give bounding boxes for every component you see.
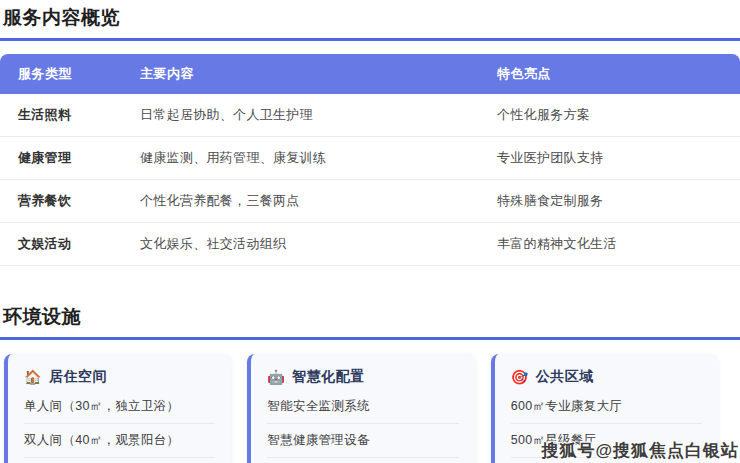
card-title-row: 🤖 智慧化配置: [267, 368, 458, 386]
services-title-underline: [0, 38, 740, 41]
services-table: 服务类型 主要内容 特色亮点 生活照料 日常起居协助、个人卫生护理 个性化服务方…: [0, 54, 740, 266]
table-row: 健康管理 健康监测、用药管理、康复训练 专业医护团队支持: [0, 137, 740, 180]
col-header-service-type: 服务类型: [0, 54, 122, 94]
card-title-row: 🎯 公共区域: [511, 368, 702, 386]
article-content: 服务内容概览 服务类型 主要内容 特色亮点 生活照料 日常起居协助、个人卫生护理…: [0, 0, 740, 463]
table-row: 文娱活动 文化娱乐、社交活动组织 丰富的精神文化生活: [0, 223, 740, 266]
sohu-watermark: 搜狐号@搜狐焦点白银站: [541, 439, 739, 462]
main-content-cell: 日常起居协助、个人卫生护理: [122, 94, 479, 137]
card-title-row: 🏠 居住空间: [24, 368, 215, 386]
col-header-highlight: 特色亮点: [479, 54, 740, 94]
service-type-cell: 营养餐饮: [0, 180, 122, 223]
house-icon: 🏠: [24, 370, 42, 384]
highlight-cell: 丰富的精神文化生活: [479, 223, 740, 266]
target-icon: 🎯: [511, 370, 529, 384]
services-section: 服务内容概览 服务类型 主要内容 特色亮点 生活照料 日常起居协助、个人卫生护理…: [0, 0, 740, 266]
robot-icon: 🤖: [267, 370, 285, 384]
list-item: 智慧健康管理设备: [267, 424, 458, 458]
services-table-header: 服务类型 主要内容 特色亮点: [0, 54, 740, 94]
card-title-label: 居住空间: [49, 368, 107, 386]
highlight-cell: 个性化服务方案: [479, 94, 740, 137]
list-item: 一键呼叫系统: [267, 458, 458, 463]
facilities-title-underline: [0, 337, 740, 340]
main-content-cell: 文化娱乐、社交活动组织: [122, 223, 479, 266]
main-content-cell: 个性化营养配餐，三餐两点: [122, 180, 479, 223]
list-item: 双人间（40㎡，观景阳台）: [24, 424, 215, 458]
card-title-label: 公共区域: [536, 368, 594, 386]
table-header-row: 服务类型 主要内容 特色亮点: [0, 54, 740, 94]
list-item: VIP套房（60㎡，家庭式配置）: [24, 458, 215, 463]
highlight-cell: 特殊膳食定制服务: [479, 180, 740, 223]
main-content-cell: 健康监测、用药管理、康复训练: [122, 137, 479, 180]
facility-card-living-space: 🏠 居住空间 单人间（30㎡，独立卫浴） 双人间（40㎡，观景阳台） VIP套房…: [4, 354, 231, 463]
list-item: 智能安全监测系统: [267, 390, 458, 424]
table-row: 生活照料 日常起居协助、个人卫生护理 个性化服务方案: [0, 94, 740, 137]
service-type-cell: 健康管理: [0, 137, 122, 180]
table-row: 营养餐饮 个性化营养配餐，三餐两点 特殊膳食定制服务: [0, 180, 740, 223]
list-item: 单人间（30㎡，独立卫浴）: [24, 390, 215, 424]
services-section-title: 服务内容概览: [0, 0, 740, 31]
highlight-cell: 专业医护团队支持: [479, 137, 740, 180]
facilities-section-title: 环境设施: [0, 299, 740, 330]
card-title-label: 智慧化配置: [292, 368, 365, 386]
list-item: 600㎡专业康复大厅: [511, 390, 702, 424]
service-type-cell: 文娱活动: [0, 223, 122, 266]
col-header-main-content: 主要内容: [122, 54, 479, 94]
service-type-cell: 生活照料: [0, 94, 122, 137]
facility-card-smart-config: 🤖 智慧化配置 智能安全监测系统 智慧健康管理设备 一键呼叫系统 环境智能控制系…: [247, 354, 474, 463]
